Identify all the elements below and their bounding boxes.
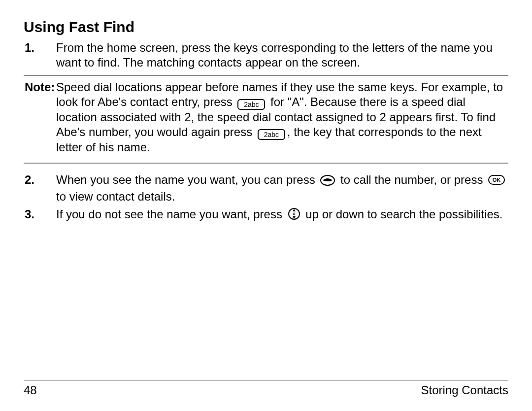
step-number: 1. xyxy=(24,40,56,70)
note-row: Note: Speed dial locations appear before… xyxy=(24,80,508,155)
svg-point-6 xyxy=(293,213,295,215)
step-text: From the home screen, press the keys cor… xyxy=(56,40,508,70)
step-number: 3. xyxy=(24,207,56,224)
step-1: 1. From the home screen, press the keys … xyxy=(24,40,508,70)
svg-marker-5 xyxy=(293,216,296,219)
nav-key-icon xyxy=(288,207,300,224)
section-heading: Using Fast Find xyxy=(24,19,508,35)
content-body: 1. From the home screen, press the keys … xyxy=(24,40,508,224)
ok-key-icon: OK xyxy=(488,173,505,188)
section-title: Storing Contacts xyxy=(421,383,508,397)
step2-text-b: to call the number, or press xyxy=(340,173,486,186)
page-number: 48 xyxy=(24,383,37,397)
step-number: 2. xyxy=(24,172,56,204)
step2-text-c: to view contact details. xyxy=(56,190,175,203)
note-text: Speed dial locations appear before names… xyxy=(56,80,508,155)
step2-text-a: When you see the name you want, you can … xyxy=(56,173,318,186)
key-2abc-icon: 2abc xyxy=(258,129,285,140)
note-block: Note: Speed dial locations appear before… xyxy=(24,75,508,164)
step3-text-b: up or down to search the possibilities. xyxy=(305,207,502,221)
svg-text:OK: OK xyxy=(493,177,501,183)
step-3: 3. If you do not see the name you want, … xyxy=(24,207,508,224)
call-key-icon xyxy=(320,174,335,189)
page-footer: 48 Storing Contacts xyxy=(24,380,508,397)
step-text: If you do not see the name you want, pre… xyxy=(56,207,508,224)
step3-text-a: If you do not see the name you want, pre… xyxy=(56,207,286,221)
key-2abc-icon: 2abc xyxy=(237,99,265,110)
step-2: 2. When you see the name you want, you c… xyxy=(24,172,508,204)
svg-marker-4 xyxy=(293,209,296,211)
step-text: When you see the name you want, you can … xyxy=(56,172,508,204)
note-label: Note: xyxy=(24,80,56,155)
